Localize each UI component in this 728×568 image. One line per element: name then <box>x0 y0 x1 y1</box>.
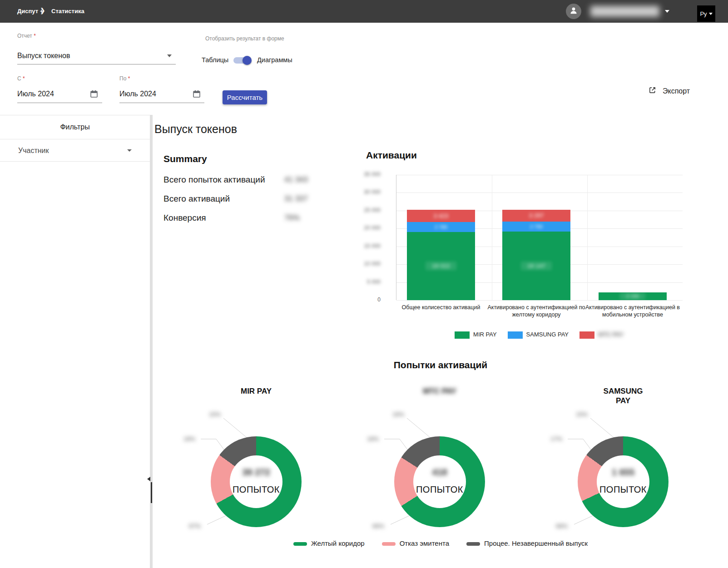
date-to-input[interactable]: Июль 2024 <box>119 90 156 98</box>
attempts-legend: Желтый коридор Отказ эмитента Процее. Не… <box>153 539 728 547</box>
app-header: Диспут + ❯ Статистика Ру <box>0 0 728 23</box>
legend-label: MIR PAY <box>473 331 497 338</box>
language-selector[interactable]: Ру <box>697 5 715 22</box>
date-from-underline <box>17 103 102 103</box>
bar-value-label: 2 156 <box>620 292 645 300</box>
donut-chart-mts-pay: МТС PAY418ПОПЫТОК66%18%16% <box>349 383 530 564</box>
date-from-input[interactable]: Июль 2024 <box>17 90 54 98</box>
bar-segment: 3 297 <box>502 210 570 222</box>
percent-label: 18% <box>183 435 195 442</box>
summary-row-label: Всего активаций <box>163 194 230 204</box>
bar-value-label: 2 790 <box>530 224 543 229</box>
report-select-caret-icon[interactable] <box>167 54 172 57</box>
donut-title: MIR PAY <box>229 386 283 396</box>
donut-center-value: 39 272 <box>211 467 302 478</box>
y-axis-label: 15 000 <box>340 243 381 249</box>
bar-value-label: 3 423 <box>434 212 449 219</box>
user-name-blurred <box>590 6 659 17</box>
legend-item: SAMSUNG PAY <box>508 331 569 339</box>
splitter-collapse-icon[interactable] <box>147 477 150 481</box>
toggle-tables-label[interactable]: Таблицы <box>202 56 228 64</box>
report-select[interactable]: Выпуск токенов <box>17 52 176 60</box>
toggle-thumb <box>243 56 252 65</box>
bar-value-label: 2 789 <box>435 224 447 230</box>
bar-chart-y-axis: 35 00030 00025 00020 00015 00010 0005 00… <box>344 175 385 300</box>
legend-label: Отказ эмитента <box>400 539 449 547</box>
bar-segment: 2 156 <box>599 292 667 300</box>
summary-row-label: Всего попыток активаций <box>163 175 265 185</box>
bar-segment: 19 147 <box>502 232 570 300</box>
category-label: Активировано с аутентификацией по желтом… <box>486 304 586 318</box>
view-mode-toggle[interactable] <box>233 57 251 64</box>
bar-segment: 2 789 <box>407 222 475 232</box>
calculate-button[interactable]: Рассчитать <box>223 90 267 104</box>
export-icon <box>649 86 656 96</box>
activations-chart-title: Активации <box>366 150 417 161</box>
legend-label: Желтый коридор <box>311 539 365 547</box>
summary-row-value: 41 343 <box>284 175 308 184</box>
date-to-label: По * <box>119 75 130 82</box>
summary-row-label: Конверсия <box>163 213 206 223</box>
donut-center-label: ПОПЫТОК <box>211 484 302 495</box>
display-mode-label: Отобразить результат в форме <box>205 35 284 42</box>
legend-swatch <box>455 331 470 339</box>
legend-label-blurred: МТС PAY <box>598 331 624 338</box>
legend-item: Желтый коридор <box>293 539 365 547</box>
summary-row-value: 76% <box>284 213 300 222</box>
legend-swatch <box>579 331 594 339</box>
donut-title: SAMSUNG PAY <box>596 386 650 405</box>
required-asterisk: * <box>34 33 36 39</box>
percent-label: 16% <box>392 411 404 418</box>
gridline <box>396 175 683 175</box>
donut-chart-samsung-pay: SAMSUNG PAY1 655ПОПЫТОК68%17%15% <box>532 383 714 564</box>
donut-center-label: ПОПЫТОК <box>578 484 669 495</box>
summary-row-value: 31 337 <box>284 194 308 203</box>
participant-filter[interactable]: Участник <box>0 140 150 162</box>
bar-segment: 2 790 <box>502 222 570 232</box>
y-axis-label: 25 000 <box>340 207 381 213</box>
calendar-icon[interactable] <box>90 90 98 100</box>
percent-label: 67% <box>189 523 201 529</box>
page-title: Выпуск токенов <box>154 123 237 136</box>
donut-title: МТС PAY <box>412 386 467 396</box>
export-button[interactable]: Экспорт <box>649 86 690 96</box>
donut-center-value: 1 655 <box>578 467 669 478</box>
user-menu-caret-icon[interactable] <box>665 10 669 13</box>
percent-label: 15% <box>209 411 221 418</box>
attempts-section-title: Попытки активаций <box>153 360 728 370</box>
legend-swatch <box>382 542 396 546</box>
percent-label: 68% <box>556 523 568 529</box>
bar-chart-legend: MIR PAY SAMSUNG PAY МТС PAY <box>396 331 682 339</box>
activations-bar-chart: 19 0222 7893 423Общее колисество активац… <box>396 175 683 300</box>
participant-caret-icon <box>127 149 132 152</box>
calendar-icon[interactable] <box>193 90 201 100</box>
gridline <box>396 300 683 301</box>
export-label: Экспорт <box>663 87 690 95</box>
toggle-diagrams-label[interactable]: Диаграммы <box>257 56 292 64</box>
legend-swatch <box>293 542 307 546</box>
donut-chart-mir-pay: MIR PAY39 272ПОПЫТОК67%18%15% <box>165 383 347 564</box>
y-axis-label: 35 000 <box>340 171 381 178</box>
gridline <box>396 193 683 193</box>
bar-segment: 19 022 <box>407 232 475 300</box>
y-axis-label: 10 000 <box>340 261 381 267</box>
legend-item: Процее. Незавершенный выпуск <box>466 539 588 547</box>
user-avatar[interactable] <box>566 4 581 19</box>
bar-value-label: 19 147 <box>521 262 552 270</box>
gridline-vertical <box>587 175 588 300</box>
percent-label: 18% <box>367 435 379 442</box>
percent-label: 15% <box>576 411 588 418</box>
bar-segment: 3 423 <box>407 210 475 222</box>
language-label: Ру <box>700 10 707 17</box>
legend-item: MIR PAY <box>455 331 497 339</box>
person-icon <box>570 6 578 16</box>
statistics-page: Диспут + ❯ Статистика Ру Отчет * Выпуск … <box>0 0 728 568</box>
percent-label: 66% <box>372 523 384 529</box>
filters-header: Фильтры <box>0 115 150 139</box>
date-to-underline <box>119 103 204 103</box>
breadcrumb-statistics[interactable]: Статистика <box>51 8 84 15</box>
bar-value-label: 3 297 <box>529 212 544 219</box>
category-label: Общее колисество активаций <box>391 304 491 311</box>
breadcrumb-disput[interactable]: Диспут + <box>17 8 43 15</box>
splitter-handle[interactable] <box>151 482 152 503</box>
